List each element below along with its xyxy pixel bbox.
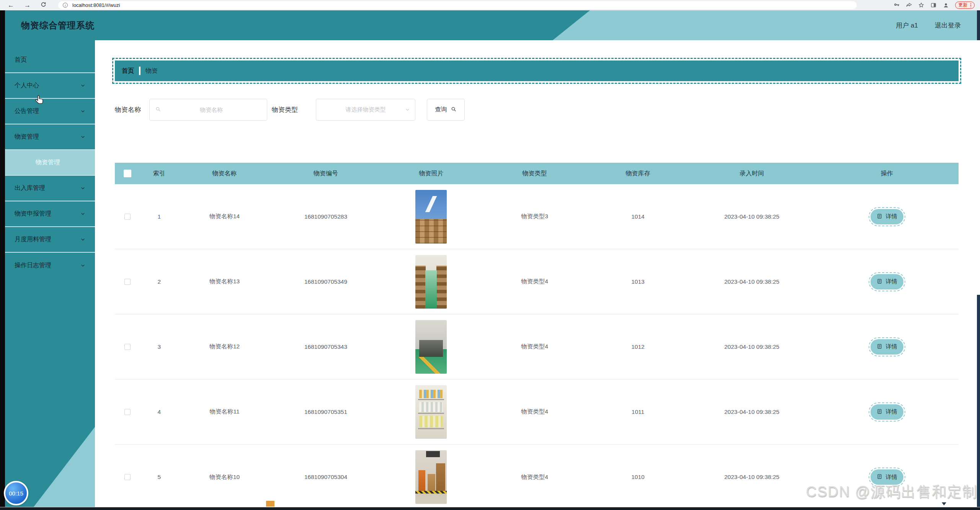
chrome-update-button[interactable]: 更新 — [955, 2, 975, 9]
sidebar-item-operation-log-mgmt[interactable]: 操作日志管理 — [0, 253, 95, 278]
header-diagonal-decor — [0, 10, 980, 40]
row-checkbox[interactable] — [124, 344, 131, 350]
cell-type: 物资类型3 — [482, 212, 588, 221]
app-header: 物资综合管理系统 用户 a1 退出登录 — [0, 10, 980, 40]
reload-icon[interactable] — [41, 2, 46, 9]
sidebar-item-personal-center[interactable]: 个人中心 — [0, 73, 95, 99]
cell-time: 2023-04-10 09:38:25 — [689, 213, 815, 220]
browser-chrome: ← → i localhost:8081/#/wuzi 更新 — [0, 0, 980, 10]
sidebar-item-announcement-mgmt[interactable]: 公告管理 — [0, 99, 95, 124]
detail-button[interactable]: 详情 — [871, 339, 903, 355]
material-photo[interactable] — [415, 320, 447, 374]
forward-icon[interactable]: → — [24, 2, 31, 8]
scroll-down-arrow-icon[interactable] — [942, 502, 946, 505]
password-key-icon[interactable] — [893, 2, 900, 8]
screen-left-edge — [0, 3, 5, 510]
sidebar-item-warehouse-inout-mgmt[interactable]: 出入库管理 — [0, 176, 95, 201]
screen: ← → i localhost:8081/#/wuzi 更新 物资综合管理系统 … — [0, 0, 980, 510]
site-info-icon[interactable]: i — [63, 3, 68, 8]
material-name-input[interactable] — [161, 106, 261, 113]
breadcrumb-home-link[interactable]: 首页 — [122, 67, 134, 75]
cell-time: 2023-04-10 09:38:25 — [689, 409, 815, 415]
search-icon — [155, 106, 161, 114]
row-checkbox[interactable] — [124, 279, 131, 285]
side-panel-icon[interactable] — [930, 2, 937, 8]
menu-dots-icon[interactable] — [970, 3, 972, 8]
document-icon — [877, 343, 882, 351]
csdn-watermark: CSDN @源码出售和定制 — [806, 482, 978, 502]
cell-name: 物资名称11 — [178, 408, 271, 416]
cell-name: 物资名称13 — [178, 278, 271, 286]
material-photo[interactable] — [415, 385, 447, 439]
screen-bottom-edge — [0, 507, 980, 510]
material-photo[interactable] — [415, 255, 447, 309]
sidebar-item-monthly-usage-mgmt[interactable]: 月度用料管理 — [0, 227, 95, 253]
col-header-operation: 操作 — [815, 170, 959, 178]
search-button[interactable]: 查询 — [427, 99, 465, 121]
document-icon — [877, 408, 882, 416]
sidebar-item-material-declare-mgmt[interactable]: 物资申报管理 — [0, 201, 95, 227]
breadcrumb-separator — [139, 67, 140, 75]
col-header-stock: 物资库存 — [587, 170, 688, 178]
document-icon — [877, 213, 882, 221]
orange-decor-chip — [266, 501, 274, 507]
row-checkbox[interactable] — [124, 214, 131, 220]
url-bar[interactable]: i localhost:8081/#/wuzi — [58, 1, 857, 9]
sidebar-item-material-mgmt[interactable]: 物资管理 — [0, 124, 95, 150]
chevron-down-icon — [80, 108, 86, 114]
materials-table: 索引 物资名称 物资编号 物资照片 物资类型 物资库存 录入时间 操作 1 物资… — [115, 163, 959, 510]
cell-time: 2023-04-10 09:38:25 — [689, 343, 815, 350]
scrollbar-track[interactable] — [977, 10, 980, 507]
document-icon — [877, 278, 882, 286]
col-header-index: 索引 — [140, 170, 178, 178]
table-header-row: 索引 物资名称 物资编号 物资照片 物资类型 物资库存 录入时间 操作 — [115, 163, 959, 184]
col-header-name: 物资名称 — [178, 170, 271, 178]
breadcrumb: 首页 物资 — [115, 60, 959, 81]
cell-code: 1681090705283 — [271, 213, 381, 220]
material-type-select[interactable]: 请选择物资类型 — [316, 99, 415, 121]
cell-index: 1 — [140, 213, 178, 220]
cell-stock: 1011 — [587, 409, 688, 415]
url-text: localhost:8081/#/wuzi — [72, 2, 120, 8]
col-header-time: 录入时间 — [689, 170, 815, 178]
detail-button[interactable]: 详情 — [871, 209, 903, 224]
sidebar-item-home[interactable]: 首页 — [0, 47, 95, 73]
chevron-down-icon — [80, 134, 86, 140]
cell-index: 4 — [140, 409, 178, 415]
share-icon[interactable] — [906, 2, 912, 8]
scrollbar-thumb[interactable] — [977, 295, 980, 507]
sidebar-subitem-material-mgmt-active[interactable]: 物资管理 — [0, 150, 95, 176]
cell-code: 1681090705343 — [271, 343, 381, 350]
col-header-code: 物资编号 — [271, 170, 381, 178]
material-photo[interactable] — [415, 190, 447, 244]
app-title: 物资综合管理系统 — [21, 10, 95, 40]
row-checkbox[interactable] — [124, 474, 131, 480]
scrollbar-top-segment — [977, 10, 980, 40]
main-content: 首页 物资 物资名称 物资类型 请选择物资类型 查询 索引 — [95, 40, 977, 507]
cell-code: 1681090705351 — [271, 409, 381, 415]
material-name-label: 物资名称 — [115, 105, 141, 114]
chevron-down-icon — [80, 263, 86, 268]
logout-link[interactable]: 退出登录 — [935, 21, 961, 30]
detail-button[interactable]: 详情 — [871, 404, 903, 420]
table-row: 2 物资名称13 1681090705349 物资类型4 1013 2023-0… — [115, 249, 959, 314]
row-checkbox[interactable] — [124, 409, 131, 415]
material-photo[interactable] — [415, 450, 447, 504]
material-type-placeholder: 请选择物资类型 — [346, 106, 386, 113]
back-icon[interactable]: ← — [8, 2, 14, 8]
cell-name: 物资名称10 — [178, 473, 271, 481]
cell-type: 物资类型4 — [482, 343, 588, 351]
profile-avatar-icon[interactable] — [942, 2, 949, 9]
bookmark-star-icon[interactable] — [918, 2, 924, 8]
cell-index: 3 — [140, 343, 178, 350]
cell-stock: 1012 — [587, 343, 688, 350]
select-all-checkbox[interactable] — [124, 170, 131, 177]
sidebar: 首页 个人中心 公告管理 物资管理 物资管理 出入库管理 物资申报管理 月度用料… — [0, 40, 95, 510]
cell-index: 5 — [140, 474, 178, 481]
chevron-down-icon — [80, 185, 86, 191]
cell-stock: 1010 — [587, 474, 688, 481]
detail-button[interactable]: 详情 — [871, 274, 903, 289]
table-row: 4 物资名称11 1681090705351 物资类型4 1011 2023-0… — [115, 379, 959, 445]
cell-code: 1681090705349 — [271, 278, 381, 285]
table-row: 3 物资名称12 1681090705343 物资类型4 1012 2023-0… — [115, 314, 959, 379]
